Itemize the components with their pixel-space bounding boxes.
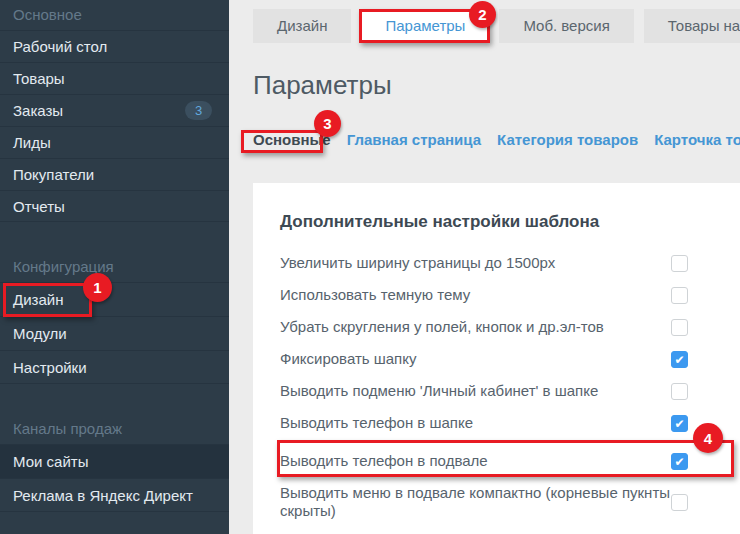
setting-label: Выводить телефон в шапке (280, 414, 473, 432)
checkbox-account-submenu-header[interactable] (671, 383, 688, 400)
checkbox-compact-footer-menu[interactable] (671, 494, 688, 511)
sidebar: Основное Рабочий стол Товары Заказы 3 Ли… (0, 0, 229, 534)
setting-row: Выводить подменю 'Личный кабинет' в шапк… (280, 382, 688, 400)
checkbox-phone-in-header[interactable] (671, 415, 688, 432)
sidebar-item-label: Реклама в Яндекс Директ (13, 479, 193, 512)
sidebar-item-modules[interactable]: Модули (0, 316, 229, 350)
app-window: Основное Рабочий стол Товары Заказы 3 Ли… (0, 0, 740, 534)
setting-row: Фиксировать шапку (280, 350, 688, 368)
sidebar-item-label: Мои сайты (13, 445, 88, 478)
setting-row: Выводить телефон в шапке (280, 414, 688, 432)
sidebar-item-label: Покупатели (13, 159, 94, 190)
setting-label: Фиксировать шапку (280, 350, 416, 368)
setting-label: Использовать темную тему (280, 286, 470, 304)
sidebar-header-main: Основное (0, 0, 229, 30)
sidebar-item-settings[interactable]: Настройки (0, 350, 229, 384)
checkbox-remove-rounding[interactable] (671, 319, 688, 336)
checkbox-fixed-header[interactable] (671, 351, 688, 368)
subtab-home-page[interactable]: Главная страница (347, 131, 481, 148)
sidebar-item-orders[interactable]: Заказы 3 (0, 94, 229, 126)
sidebar-section-configuration: Конфигурация Дизайн Модули Настройки (0, 252, 229, 384)
subtab-product-card[interactable]: Карточка товара (654, 131, 740, 148)
top-tabbar: Дизайн Параметры Моб. версия Товары на г… (253, 9, 740, 43)
setting-row: Выводить меню в подвале компактно (корне… (280, 484, 688, 520)
sidebar-item-reports[interactable]: Отчеты (0, 190, 229, 222)
subtab-nav: Основные Главная страница Категория това… (253, 131, 740, 148)
sidebar-header-sales-channels: Каналы продаж (0, 414, 229, 444)
sidebar-item-products[interactable]: Товары (0, 62, 229, 94)
sidebar-item-design[interactable]: Дизайн (0, 282, 229, 316)
checkbox-phone-in-footer[interactable] (671, 453, 688, 470)
setting-row: Увеличить ширину страницы до 1500px (280, 254, 688, 272)
setting-label: Выводить меню в подвале компактно (корне… (280, 484, 671, 520)
sidebar-header-configuration: Конфигурация (0, 252, 229, 282)
settings-card: Дополнительные настройки шаблона Увеличи… (253, 183, 740, 534)
subtab-general[interactable]: Основные (253, 131, 331, 148)
settings-heading: Дополнительные настройки шаблона (280, 212, 688, 232)
sidebar-item-yandex-direct-ads[interactable]: Реклама в Яндекс Директ (0, 478, 229, 512)
tab-design[interactable]: Дизайн (253, 9, 351, 43)
sidebar-item-label: Заказы (13, 95, 63, 126)
setting-label: Увеличить ширину страницы до 1500px (280, 254, 555, 272)
setting-row: Выводить телефон в подвале (280, 452, 688, 470)
tab-parameters[interactable]: Параметры (361, 9, 489, 43)
subtab-product-category[interactable]: Категория товаров (497, 131, 638, 148)
tab-products-on-main[interactable]: Товары на гл (644, 9, 740, 43)
sidebar-item-label: Модули (13, 317, 67, 350)
sidebar-item-label: Рабочий стол (13, 31, 107, 62)
sidebar-item-label: Лиды (13, 127, 51, 158)
sidebar-section-sales-channels: Каналы продаж Мои сайты Реклама в Яндекс… (0, 414, 229, 512)
sidebar-item-label: Дизайн (13, 283, 63, 316)
sidebar-section-main: Основное Рабочий стол Товары Заказы 3 Ли… (0, 0, 229, 222)
main-content: Дизайн Параметры Моб. версия Товары на г… (229, 0, 740, 534)
sidebar-item-my-sites[interactable]: Мои сайты (0, 444, 229, 478)
checkbox-dark-theme[interactable] (671, 287, 688, 304)
orders-count-badge: 3 (185, 101, 212, 120)
sidebar-item-label: Товары (13, 63, 65, 94)
setting-label: Выводить подменю 'Личный кабинет' в шапк… (280, 382, 598, 400)
checkbox-wide-page[interactable] (671, 255, 688, 272)
sidebar-item-leads[interactable]: Лиды (0, 126, 229, 158)
setting-label: Выводить телефон в подвале (280, 452, 488, 470)
sidebar-item-customers[interactable]: Покупатели (0, 158, 229, 190)
setting-row: Использовать темную тему (280, 286, 688, 304)
sidebar-item-label: Отчеты (13, 191, 65, 222)
setting-label: Убрать скругления у полей, кнопок и др.э… (280, 318, 604, 336)
sidebar-item-label: Настройки (13, 351, 87, 384)
tab-mobile-version[interactable]: Моб. версия (499, 9, 633, 43)
page-title: Параметры (253, 70, 392, 101)
setting-row: Убрать скругления у полей, кнопок и др.э… (280, 318, 688, 336)
sidebar-item-dashboard[interactable]: Рабочий стол (0, 30, 229, 62)
